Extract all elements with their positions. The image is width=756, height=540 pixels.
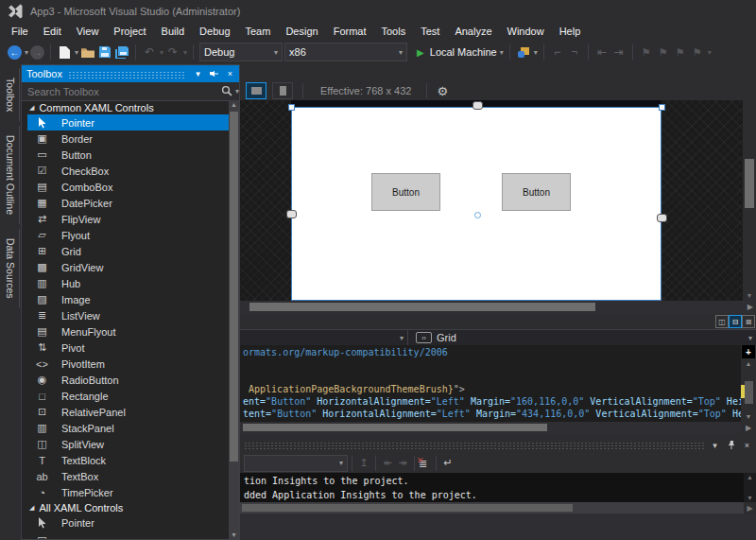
- undo-dropdown-icon[interactable]: ▾: [160, 48, 163, 57]
- code-line[interactable]: ormats.org/markup-compatibility/2006: [243, 346, 741, 358]
- show-output-from-dropdown[interactable]: ▾: [244, 455, 348, 472]
- save-icon[interactable]: [97, 44, 112, 60]
- scroll-down-icon[interactable]: ▼: [743, 292, 756, 299]
- scroll-down-icon[interactable]: ▼: [741, 413, 756, 420]
- scrollbar-thumb[interactable]: [242, 504, 573, 512]
- find-message-icon[interactable]: ↥: [356, 456, 371, 471]
- solution-configuration-dropdown[interactable]: Debug ▾: [199, 43, 283, 61]
- toolbox-section-all-xaml-controls[interactable]: ◢All XAML Controls: [22, 500, 229, 514]
- toolbox-title-bar[interactable]: Toolbox ▾ ×: [22, 65, 239, 82]
- window-position-icon[interactable]: ▾: [708, 439, 722, 452]
- increase-indent-icon[interactable]: ⇥: [611, 44, 627, 60]
- toolbox-item-radiobutton[interactable]: ◉RadioButton: [27, 372, 229, 388]
- navigate-back-dropdown-icon[interactable]: ▾: [25, 48, 28, 57]
- auto-hide-pin-icon[interactable]: [207, 67, 221, 80]
- toolbox-item-pivotitem[interactable]: <>PivotItem: [27, 356, 229, 372]
- close-icon[interactable]: ×: [223, 67, 237, 80]
- designer-horizontal-scrollbar[interactable]: ▶: [240, 301, 756, 313]
- menu-tools[interactable]: Tools: [374, 24, 414, 39]
- code-horizontal-scrollbar[interactable]: [240, 422, 741, 433]
- anchor-left[interactable]: [286, 210, 297, 218]
- canvas-button-2[interactable]: Button: [502, 173, 571, 211]
- toolbox-item-border[interactable]: ▣Border: [27, 131, 229, 147]
- attach-to-process-icon[interactable]: [516, 44, 531, 60]
- scroll-right-icon[interactable]: ▶: [747, 303, 753, 311]
- designer-code-splitter[interactable]: ◫ ⊟ ⊠: [240, 313, 756, 329]
- toolbox-item-rectangle[interactable]: □Rectangle: [27, 388, 229, 404]
- auto-hide-pin-icon[interactable]: [724, 439, 738, 452]
- toolbox-item-button[interactable]: ▭Button: [27, 147, 229, 163]
- toolbox-item-grid[interactable]: ⊞Grid: [27, 243, 229, 259]
- menu-format[interactable]: Format: [326, 24, 374, 39]
- toolbox-item-pointer[interactable]: Pointer: [27, 514, 229, 531]
- toolbox-item-textblock[interactable]: TTextBlock: [27, 452, 229, 468]
- scroll-down-icon[interactable]: ▼: [229, 531, 239, 538]
- scroll-down-icon[interactable]: ▼: [744, 495, 756, 501]
- scrollbar-thumb[interactable]: [243, 424, 547, 431]
- code-line[interactable]: tent="Button" HorizontalAlignment="Left"…: [243, 408, 741, 420]
- code-editor-scroll-rail[interactable]: + ▲ ▼: [741, 345, 756, 422]
- scrollbar-thumb[interactable]: [745, 381, 753, 404]
- redo-dropdown-icon[interactable]: ▾: [183, 48, 187, 57]
- uncomment-icon[interactable]: ¬: [567, 44, 582, 60]
- next-message-icon[interactable]: ↠: [395, 456, 410, 471]
- breadcrumb-element-label[interactable]: Grid: [437, 332, 456, 343]
- toolbox-item-checkbox[interactable]: ☑CheckBox: [27, 163, 229, 179]
- start-debugging-icon[interactable]: ▶: [417, 47, 424, 58]
- menu-view[interactable]: View: [69, 24, 107, 39]
- toolbar-overflow-icon[interactable]: ▾: [708, 48, 712, 57]
- design-canvas[interactable]: Button Button: [291, 107, 662, 301]
- clear-bookmarks-icon[interactable]: ⚑: [690, 44, 705, 60]
- comment-out-icon[interactable]: ⌐: [550, 44, 565, 60]
- run-target-dropdown-icon[interactable]: ▾: [500, 48, 504, 57]
- window-position-icon[interactable]: ▾: [191, 67, 205, 80]
- toolbox-item-textbox[interactable]: abTextBox: [27, 468, 229, 484]
- solution-platform-dropdown[interactable]: x86 ▾: [284, 43, 407, 61]
- scroll-up-icon[interactable]: ▲: [741, 360, 756, 367]
- design-surface[interactable]: Button Button: [240, 100, 743, 301]
- menu-help[interactable]: Help: [552, 24, 589, 39]
- vertical-split-icon[interactable]: ◫: [715, 315, 729, 328]
- previous-message-icon[interactable]: ↞: [380, 456, 395, 471]
- toolbar-overflow-icon[interactable]: ▾: [534, 48, 538, 57]
- splitter-grip-icon[interactable]: +: [742, 345, 755, 358]
- anchor-point-dot[interactable]: [474, 212, 481, 218]
- code-line[interactable]: ApplicationPageBackgroundThemeBrush}">: [243, 383, 741, 395]
- menu-analyze[interactable]: Analyze: [447, 24, 499, 39]
- code-line[interactable]: ent="Button" HorizontalAlignment="Left" …: [243, 395, 741, 408]
- toolbox-item-gridview[interactable]: ▩GridView: [27, 259, 229, 275]
- menu-debug[interactable]: Debug: [192, 24, 237, 39]
- breadcrumb-dropdown[interactable]: ▾: [240, 330, 408, 345]
- designer-vertical-scrollbar[interactable]: ▼: [743, 100, 756, 301]
- scroll-right-icon[interactable]: ▶: [744, 502, 756, 514]
- output-title-bar[interactable]: ▾ ×: [240, 437, 756, 453]
- navigate-forward-icon[interactable]: →: [30, 45, 44, 60]
- sidetab-document-outline[interactable]: Document Outline: [2, 126, 20, 224]
- toolbox-item-pivot[interactable]: ⇅Pivot: [27, 340, 229, 356]
- run-target-label[interactable]: Local Machine: [430, 46, 497, 58]
- sidetab-toolbox[interactable]: Toolbox: [2, 68, 20, 121]
- toolbox-item-hub[interactable]: ▥Hub: [27, 275, 229, 291]
- close-icon[interactable]: ×: [740, 439, 754, 452]
- toggle-word-wrap-icon[interactable]: ↵: [440, 456, 455, 471]
- menu-edit[interactable]: Edit: [36, 24, 69, 39]
- xaml-code-editor[interactable]: ormats.org/markup-compatibility/2006 App…: [240, 345, 741, 422]
- toolbox-item-menuflyout[interactable]: ▤MenuFlyout: [27, 323, 229, 340]
- redo-icon[interactable]: ↷: [165, 44, 180, 60]
- menu-test[interactable]: Test: [413, 24, 447, 39]
- output-horizontal-scrollbar[interactable]: [240, 502, 744, 514]
- designer-settings-gear-icon[interactable]: ⚙: [437, 84, 448, 98]
- toolbox-scrollbar[interactable]: ▲ ▼: [229, 100, 239, 539]
- toolbox-item-timepicker[interactable]: ◔TimePicker: [27, 484, 229, 500]
- toolbox-item-splitview[interactable]: ◫SplitView: [27, 436, 229, 452]
- toolbox-item-combobox[interactable]: ▤ComboBox: [27, 179, 229, 195]
- output-vertical-scrollbar[interactable]: ▲ ▼: [744, 473, 756, 502]
- toolbox-item-pointer[interactable]: Pointer: [27, 114, 229, 131]
- navigate-back-icon[interactable]: ←: [8, 45, 22, 60]
- new-file-icon[interactable]: [57, 44, 72, 60]
- save-all-icon[interactable]: [114, 44, 129, 60]
- toolbox-item-partial[interactable]: ▭: [27, 531, 229, 539]
- toolbox-item-stackpanel[interactable]: ▥StackPanel: [27, 420, 229, 436]
- scroll-up-icon[interactable]: ▲: [744, 474, 756, 480]
- menu-file[interactable]: File: [4, 24, 36, 39]
